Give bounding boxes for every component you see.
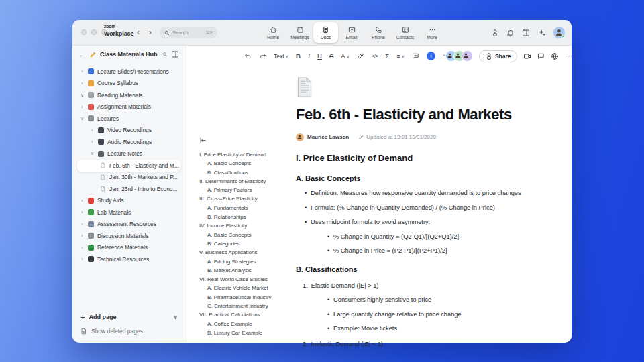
outline-item[interactable]: A. Electric Vehicle Market	[199, 284, 292, 292]
bullet-item[interactable]: Example: Movie tickets	[296, 325, 555, 332]
tree-item[interactable]: ›Discussion Materials	[77, 230, 181, 242]
chevron-right-icon[interactable]: ›	[80, 81, 85, 86]
outline-item[interactable]: A. Pricing Strategies	[199, 257, 292, 266]
align-button[interactable]: ≡∨	[396, 52, 405, 60]
outline-item[interactable]: VII. Practical Calculations	[199, 310, 292, 319]
ai-add-button[interactable]: +	[427, 52, 435, 60]
tree-item[interactable]: ∨Lectures	[77, 113, 181, 125]
tree-item[interactable]: ›Lab Materials	[77, 206, 181, 219]
video-camera-icon[interactable]	[523, 52, 531, 60]
bullet-item[interactable]: Formula: (% Change in Quantity Demanded)…	[296, 204, 555, 211]
outline-item[interactable]: A. Basic Concepts	[199, 231, 292, 239]
bullet-item[interactable]: Uses midpoint formula to avoid asymmetry…	[296, 219, 555, 225]
chevron-right-icon[interactable]: ›	[80, 245, 85, 250]
redo-button[interactable]	[259, 52, 266, 60]
ai-companion-icon[interactable]	[537, 28, 546, 37]
tab-docs[interactable]: Docs	[313, 22, 338, 43]
bold-button[interactable]: B	[296, 52, 301, 60]
numbered-item[interactable]: 1.Elastic Demand (|E| > 1)	[296, 282, 555, 289]
chevron-down-icon[interactable]: ∨	[80, 93, 85, 98]
outline-item[interactable]: B. Luxury Car Example	[199, 328, 292, 337]
chevron-right-icon[interactable]: ›	[80, 69, 85, 74]
sidebar-panel-icon[interactable]	[171, 50, 179, 58]
section-heading[interactable]: I. Price Elasticity of Demand	[296, 153, 555, 163]
bullet-item[interactable]: Large quantity change relative to price …	[296, 311, 555, 318]
italic-button[interactable]: I	[308, 53, 310, 60]
comment-button[interactable]	[412, 52, 419, 60]
chevron-right-icon[interactable]: ›	[80, 257, 85, 261]
add-page-button[interactable]: + Add page ∨	[80, 313, 178, 321]
tree-item[interactable]: ∨Reading Materials	[77, 89, 181, 101]
outline-item[interactable]: B. Relationships	[199, 213, 292, 221]
global-search[interactable]: ⌘F	[160, 27, 217, 38]
text-color-button[interactable]: A∨	[341, 52, 350, 60]
tree-item[interactable]: ›Technical Resources	[77, 253, 181, 265]
tab-more[interactable]: More	[419, 21, 445, 44]
chevron-right-icon[interactable]: ›	[90, 139, 95, 144]
outline-item[interactable]: I. Price Elasticity of Demand	[199, 150, 292, 159]
tree-item[interactable]: ›Assessment Resources	[77, 219, 181, 231]
minimize-window-button[interactable]	[91, 29, 97, 35]
outline-item[interactable]: B. Classifications	[199, 168, 292, 177]
chevron-down-icon[interactable]: ∨	[174, 314, 178, 320]
bullet-item[interactable]: % Change in Quantity = (Q2-Q1)/[(Q2+Q1)/…	[296, 233, 555, 240]
chevron-right-icon[interactable]: ›	[80, 233, 85, 238]
outline-item[interactable]: IV. Income Elasticity	[199, 221, 292, 230]
collaborator-avatar[interactable]	[462, 50, 473, 62]
outline-item[interactable]: A. Primary Factors	[199, 186, 292, 194]
chevron-right-icon[interactable]: ›	[80, 198, 85, 203]
chevron-down-icon[interactable]: ∨	[90, 151, 95, 156]
page-item[interactable]: Feb. 6th - Elasticity and M...	[77, 160, 181, 172]
chevron-right-icon[interactable]: ›	[80, 210, 85, 215]
subsection-heading[interactable]: A. Basic Concepts	[296, 174, 555, 182]
collapse-outline-icon[interactable]	[199, 137, 207, 144]
share-button[interactable]: Share	[479, 50, 517, 62]
globe-icon[interactable]	[551, 52, 559, 60]
tab-phone[interactable]: Phone	[365, 21, 392, 44]
bullet-item[interactable]: Definition: Measures how responsive quan…	[296, 190, 555, 196]
underline-button[interactable]: U	[317, 52, 322, 60]
outline-item[interactable]: V. Business Applications	[199, 248, 292, 257]
outline-item[interactable]: B. Market Analysis	[199, 266, 292, 275]
tree-item[interactable]: ›Video Recordings	[77, 125, 181, 137]
outline-item[interactable]: A. Fundamentals	[199, 204, 292, 213]
strikethrough-button[interactable]: S	[329, 52, 333, 60]
chat-icon[interactable]	[537, 52, 545, 60]
panel-icon[interactable]	[522, 29, 530, 37]
lock-icon[interactable]	[491, 29, 499, 37]
document-title[interactable]: Feb. 6th - Elasticity and Markets	[296, 106, 555, 123]
document-body[interactable]: Feb. 6th - Elasticity and Markets Mauric…	[292, 65, 572, 343]
toolbar-more-button[interactable]: ···	[565, 52, 574, 60]
numbered-item[interactable]: 2.Inelastic Demand (|E| < 1)	[296, 341, 555, 347]
outline-item[interactable]: VI. Real-World Case Studies	[199, 275, 292, 284]
chevron-right-icon[interactable]: ›	[80, 222, 85, 227]
page-item[interactable]: Jan. 23rd - Intro to Econo...	[77, 183, 181, 195]
bell-icon[interactable]	[506, 29, 515, 37]
chevron-down-icon[interactable]: ∨	[80, 116, 85, 121]
outline-item[interactable]: B. Categories	[199, 239, 292, 248]
search-input[interactable]	[172, 29, 203, 36]
tab-home[interactable]: Home	[260, 21, 286, 44]
forward-button[interactable]: ›	[149, 26, 152, 38]
undo-button[interactable]	[244, 52, 252, 60]
tree-item[interactable]: ›Course Syllabus	[77, 78, 181, 90]
tree-item[interactable]: ›Lecture Slides/Presentations	[77, 66, 181, 78]
formula-button[interactable]: Σ	[385, 52, 389, 60]
outline-item[interactable]: II. Determinants of Elasticity	[199, 177, 292, 186]
outline-item[interactable]: C. Entertainment Industry	[199, 302, 292, 310]
tree-item[interactable]: ∨Lecture Notes	[77, 148, 181, 160]
show-deleted-pages-button[interactable]: Show deleted pages	[80, 328, 178, 335]
sidebar-search-icon[interactable]	[162, 52, 168, 57]
close-window-button[interactable]	[81, 29, 87, 35]
tree-item[interactable]: ›Reference Materials	[77, 242, 181, 254]
subsection-heading[interactable]: B. Classifications	[296, 265, 555, 274]
tab-email[interactable]: Email	[338, 21, 365, 44]
outline-item[interactable]: A. Basic Concepts	[199, 159, 292, 168]
back-button[interactable]: ‹	[137, 26, 140, 38]
outline-item[interactable]: III. Cross-Price Elasticity	[199, 194, 292, 203]
outline-item[interactable]: A. Coffee Example	[199, 320, 292, 328]
page-item[interactable]: Jan. 30th - Markets and P...	[77, 172, 181, 184]
tab-meetings[interactable]: Meetings	[286, 21, 313, 44]
bullet-item[interactable]: % Change in Price = (P2-P1)/[(P2+P1)/2]	[296, 247, 555, 254]
chevron-right-icon[interactable]: ›	[80, 105, 85, 109]
